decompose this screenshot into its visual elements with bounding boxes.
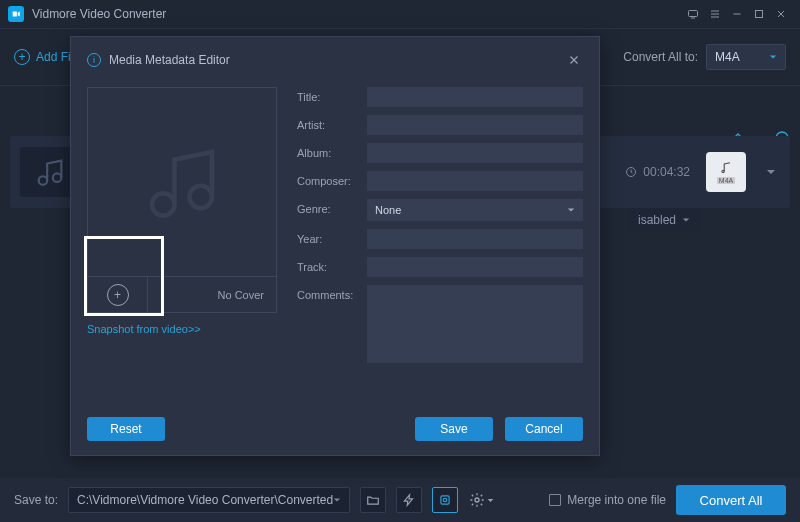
plus-circle-icon (107, 284, 129, 306)
duration-value: 00:04:32 (643, 165, 690, 179)
target-format-label: M4A (717, 177, 735, 184)
messages-icon[interactable] (682, 3, 704, 25)
open-folder-button[interactable] (360, 487, 386, 513)
svg-point-9 (475, 498, 479, 502)
add-cover-button[interactable] (88, 277, 148, 312)
subtitle-dropdown[interactable]: isabled (628, 208, 700, 232)
artist-input[interactable] (367, 115, 583, 135)
svg-point-11 (190, 186, 213, 209)
maximize-icon[interactable] (748, 3, 770, 25)
svg-rect-0 (689, 11, 698, 17)
convert-all-button[interactable]: Convert All (676, 485, 786, 515)
subtitle-value: isabled (638, 213, 676, 227)
genre-value: None (375, 204, 401, 216)
titlebar: Vidmore Video Converter (0, 0, 800, 28)
checkbox-icon (549, 494, 561, 506)
save-path-value: C:\Vidmore\Vidmore Video Converter\Conve… (77, 493, 333, 507)
info-circle-icon: i (87, 53, 101, 67)
bottom-bar: Save to: C:\Vidmore\Vidmore Video Conver… (0, 478, 800, 522)
menu-icon[interactable] (704, 3, 726, 25)
gpu-accel-button[interactable] (432, 487, 458, 513)
svg-rect-7 (441, 496, 449, 504)
composer-input[interactable] (367, 171, 583, 191)
plus-circle-icon (14, 49, 30, 65)
settings-button[interactable] (468, 487, 494, 513)
modal-title: Media Metadata Editor (109, 53, 230, 67)
year-field-label: Year: (297, 229, 359, 245)
genre-dropdown[interactable]: None (367, 199, 583, 221)
merge-label: Merge into one file (567, 493, 666, 507)
svg-point-10 (152, 193, 175, 216)
track-input[interactable] (367, 257, 583, 277)
genre-field-label: Genre: (297, 199, 359, 215)
metadata-editor-modal: i Media Metadata Editor No Cover Snapsho… (70, 36, 600, 456)
composer-field-label: Composer: (297, 171, 359, 187)
app-logo-icon (8, 6, 24, 22)
svg-point-8 (443, 498, 447, 502)
cover-column: No Cover Snapshot from video>> (87, 87, 277, 405)
output-format-dropdown[interactable]: M4A (706, 44, 786, 70)
track-field-label: Track: (297, 257, 359, 273)
modal-close-button[interactable] (565, 51, 583, 69)
svg-point-6 (722, 170, 724, 172)
target-format-box[interactable]: M4A (706, 152, 746, 192)
close-icon[interactable] (770, 3, 792, 25)
cover-preview (87, 87, 277, 277)
album-input[interactable] (367, 143, 583, 163)
convert-all-to-label: Convert All to: (623, 50, 698, 64)
app-title: Vidmore Video Converter (32, 7, 166, 21)
svg-point-4 (53, 173, 62, 182)
chevron-down-icon (769, 50, 777, 64)
save-path-dropdown[interactable]: C:\Vidmore\Vidmore Video Converter\Conve… (68, 487, 350, 513)
save-button[interactable]: Save (415, 417, 493, 441)
cancel-button[interactable]: Cancel (505, 417, 583, 441)
duration-display: 00:04:32 (625, 165, 690, 179)
convert-all-to-group: Convert All to: M4A (623, 44, 786, 70)
save-to-label: Save to: (14, 493, 58, 507)
merge-checkbox[interactable]: Merge into one file (549, 493, 666, 507)
comments-input[interactable] (367, 285, 583, 363)
snapshot-link[interactable]: Snapshot from video>> (87, 323, 277, 335)
metadata-form: Title: Artist: Album: Composer: Genre: N… (297, 87, 583, 405)
music-note-icon (137, 137, 227, 227)
year-input[interactable] (367, 229, 583, 249)
artist-field-label: Artist: (297, 115, 359, 131)
reset-button[interactable]: Reset (87, 417, 165, 441)
chevron-down-icon (567, 206, 575, 214)
minimize-icon[interactable] (726, 3, 748, 25)
svg-rect-1 (756, 11, 763, 18)
album-field-label: Album: (297, 143, 359, 159)
power-off-button[interactable] (396, 487, 422, 513)
title-input[interactable] (367, 87, 583, 107)
title-field-label: Title: (297, 87, 359, 103)
expand-row-icon[interactable] (762, 163, 780, 181)
comments-field-label: Comments: (297, 285, 359, 301)
output-format-value: M4A (715, 50, 740, 64)
svg-point-3 (39, 176, 48, 185)
no-cover-label: No Cover (148, 277, 276, 312)
